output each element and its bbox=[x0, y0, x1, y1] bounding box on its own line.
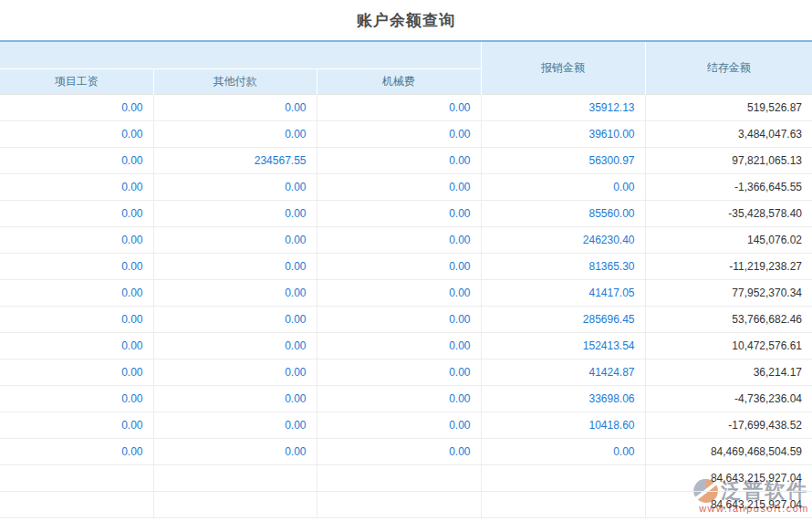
cell-balance: 10,472,576.61 bbox=[645, 332, 812, 359]
cell-other_payment[interactable]: 0.00 bbox=[153, 200, 317, 226]
cell-other_payment[interactable]: 0.00 bbox=[153, 279, 317, 306]
cell-project_wage[interactable]: 0.00 bbox=[0, 279, 153, 306]
cell-project_wage[interactable]: 0.00 bbox=[0, 385, 153, 412]
cell-reimbursement[interactable]: 85560.00 bbox=[481, 200, 645, 226]
table-body: 0.000.000.0035912.13519,526.870.000.000.… bbox=[0, 94, 812, 517]
cell-balance: 97,821,065.13 bbox=[645, 147, 812, 173]
column-header-balance[interactable]: 结存金额 bbox=[645, 42, 812, 94]
cell-machinery_fee[interactable]: 0.00 bbox=[317, 359, 481, 385]
cell-reimbursement[interactable]: 33698.06 bbox=[481, 385, 645, 412]
cell-reimbursement[interactable]: 246230.40 bbox=[481, 226, 645, 253]
cell-other_payment[interactable]: 234567.55 bbox=[153, 147, 317, 173]
cell-machinery_fee[interactable]: 0.00 bbox=[317, 200, 481, 226]
table-footer-row: 84,643,215,927.04 bbox=[0, 491, 812, 517]
column-header-other-payment[interactable]: 其他付款 bbox=[153, 68, 317, 94]
balance-table: 报销金额 结存金额 项目工资 其他付款 机械费 0.000.000.003591… bbox=[0, 42, 812, 518]
cell-other_payment[interactable]: 0.00 bbox=[153, 94, 317, 120]
table-row: 0.000.000.0041417.0577,952,370.34 bbox=[0, 279, 812, 306]
cell-other_payment bbox=[153, 491, 317, 517]
cell-project_wage[interactable]: 0.00 bbox=[0, 94, 153, 120]
table-row: 0.000.000.0085560.00-35,428,578.40 bbox=[0, 200, 812, 226]
cell-machinery_fee[interactable]: 0.00 bbox=[317, 306, 481, 332]
cell-project_wage[interactable]: 0.00 bbox=[0, 253, 153, 279]
cell-project_wage[interactable]: 0.00 bbox=[0, 226, 153, 253]
cell-other_payment[interactable]: 0.00 bbox=[153, 438, 317, 464]
cell-machinery_fee[interactable]: 0.00 bbox=[317, 226, 481, 253]
cell-machinery_fee[interactable]: 0.00 bbox=[317, 279, 481, 306]
cell-balance: 77,952,370.34 bbox=[645, 279, 812, 306]
cell-other_payment[interactable]: 0.00 bbox=[153, 412, 317, 438]
cell-machinery_fee[interactable]: 0.00 bbox=[317, 332, 481, 359]
column-header-project-wage[interactable]: 项目工资 bbox=[0, 68, 153, 94]
cell-reimbursement[interactable]: 0.00 bbox=[481, 173, 645, 200]
cell-reimbursement[interactable]: 56300.97 bbox=[481, 147, 645, 173]
cell-balance: -17,699,438.52 bbox=[645, 412, 812, 438]
header-group-row: 报销金额 结存金额 bbox=[0, 42, 812, 68]
cell-project_wage[interactable]: 0.00 bbox=[0, 332, 153, 359]
table-footer-row: 84,643,215,927.04 bbox=[0, 464, 812, 491]
cell-reimbursement[interactable]: 35912.13 bbox=[481, 94, 645, 120]
cell-project_wage bbox=[0, 464, 153, 491]
cell-other_payment[interactable]: 0.00 bbox=[153, 226, 317, 253]
cell-balance: -1,366,645.55 bbox=[645, 173, 812, 200]
cell-project_wage[interactable]: 0.00 bbox=[0, 200, 153, 226]
balance-table-container: 报销金额 结存金额 项目工资 其他付款 机械费 0.000.000.003591… bbox=[0, 40, 812, 518]
cell-balance: -35,428,578.40 bbox=[645, 200, 812, 226]
cell-machinery_fee bbox=[317, 464, 481, 491]
cell-project_wage[interactable]: 0.00 bbox=[0, 412, 153, 438]
cell-machinery_fee[interactable]: 0.00 bbox=[317, 412, 481, 438]
table-row: 0.000.000.00246230.40145,076.02 bbox=[0, 226, 812, 253]
cell-other_payment[interactable]: 0.00 bbox=[153, 385, 317, 412]
table-row: 0.000.000.0041424.8736,214.17 bbox=[0, 359, 812, 385]
cell-machinery_fee[interactable]: 0.00 bbox=[317, 173, 481, 200]
cell-reimbursement[interactable]: 41417.05 bbox=[481, 279, 645, 306]
cell-other_payment[interactable]: 0.00 bbox=[153, 306, 317, 332]
cell-project_wage[interactable]: 0.00 bbox=[0, 147, 153, 173]
cell-machinery_fee[interactable]: 0.00 bbox=[317, 385, 481, 412]
cell-other_payment[interactable]: 0.00 bbox=[153, 120, 317, 147]
table-row: 0.000.000.0035912.13519,526.87 bbox=[0, 94, 812, 120]
cell-reimbursement[interactable]: 152413.54 bbox=[481, 332, 645, 359]
cell-balance: -11,219,238.27 bbox=[645, 253, 812, 279]
cell-other_payment[interactable]: 0.00 bbox=[153, 359, 317, 385]
cell-reimbursement bbox=[481, 491, 645, 517]
cell-reimbursement bbox=[481, 464, 645, 491]
cell-machinery_fee[interactable]: 0.00 bbox=[317, 94, 481, 120]
table-row: 0.000.000.00152413.5410,472,576.61 bbox=[0, 332, 812, 359]
cell-project_wage bbox=[0, 491, 153, 517]
table-row: 0.000.000.0081365.30-11,219,238.27 bbox=[0, 253, 812, 279]
cell-project_wage[interactable]: 0.00 bbox=[0, 173, 153, 200]
cell-project_wage[interactable]: 0.00 bbox=[0, 306, 153, 332]
cell-machinery_fee[interactable]: 0.00 bbox=[317, 147, 481, 173]
cell-balance: 53,766,682.46 bbox=[645, 306, 812, 332]
table-header: 报销金额 结存金额 项目工资 其他付款 机械费 bbox=[0, 42, 812, 94]
page-header: 账户余额查询 bbox=[0, 0, 812, 40]
page-title: 账户余额查询 bbox=[357, 10, 455, 31]
cell-other_payment[interactable]: 0.00 bbox=[153, 332, 317, 359]
cell-machinery_fee[interactable]: 0.00 bbox=[317, 120, 481, 147]
cell-reimbursement[interactable]: 41424.87 bbox=[481, 359, 645, 385]
cell-machinery_fee[interactable]: 0.00 bbox=[317, 253, 481, 279]
cell-balance: 84,469,468,504.59 bbox=[645, 438, 812, 464]
cell-reimbursement[interactable]: 0.00 bbox=[481, 438, 645, 464]
table-row: 0.000.000.000.0084,469,468,504.59 bbox=[0, 438, 812, 464]
cell-other_payment[interactable]: 0.00 bbox=[153, 253, 317, 279]
cell-reimbursement[interactable]: 285696.45 bbox=[481, 306, 645, 332]
cell-reimbursement[interactable]: 81365.30 bbox=[481, 253, 645, 279]
cell-project_wage[interactable]: 0.00 bbox=[0, 438, 153, 464]
cell-reimbursement[interactable]: 10418.60 bbox=[481, 412, 645, 438]
cell-project_wage[interactable]: 0.00 bbox=[0, 120, 153, 147]
cell-balance: 3,484,047.63 bbox=[645, 120, 812, 147]
table-row: 0.000.000.0039610.003,484,047.63 bbox=[0, 120, 812, 147]
cell-balance: 519,526.87 bbox=[645, 94, 812, 120]
cell-reimbursement[interactable]: 39610.00 bbox=[481, 120, 645, 147]
cell-project_wage[interactable]: 0.00 bbox=[0, 359, 153, 385]
cell-balance: 84,643,215,927.04 bbox=[645, 491, 812, 517]
table-row: 0.000.000.00285696.4553,766,682.46 bbox=[0, 306, 812, 332]
column-header-reimbursement[interactable]: 报销金额 bbox=[481, 42, 645, 94]
cell-machinery_fee[interactable]: 0.00 bbox=[317, 438, 481, 464]
cell-balance: 145,076.02 bbox=[645, 226, 812, 253]
cell-balance: 36,214.17 bbox=[645, 359, 812, 385]
column-header-machinery-fee[interactable]: 机械费 bbox=[317, 68, 481, 94]
cell-other_payment[interactable]: 0.00 bbox=[153, 173, 317, 200]
